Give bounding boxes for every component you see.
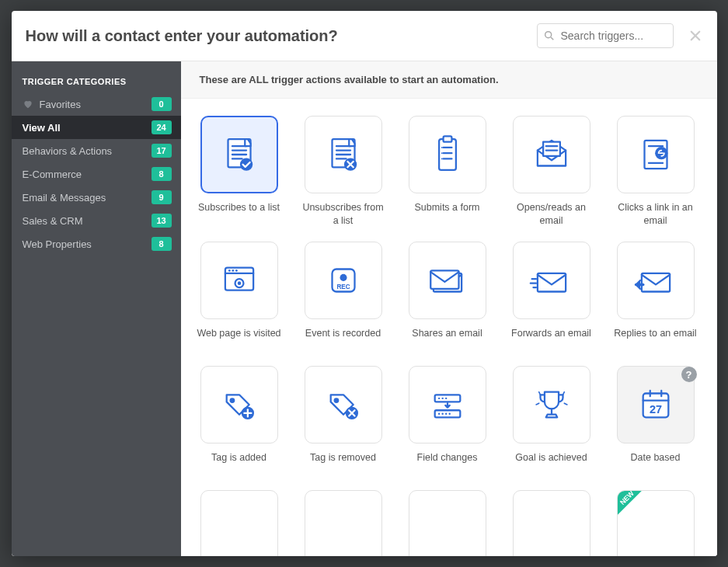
trigger-blank[interactable] (507, 490, 596, 556)
trigger-label: Subscribes to a list (198, 201, 280, 226)
reply-email-icon (617, 242, 695, 319)
click-link-icon (617, 116, 695, 193)
sidebar-item-label: Behaviors & Actions (23, 145, 152, 157)
trigger-label: Replies to an email (614, 327, 696, 352)
trigger-blank[interactable] (299, 490, 388, 556)
svg-point-60 (437, 412, 439, 414)
svg-point-9 (239, 158, 252, 171)
trigger-label: Tag is added (211, 451, 266, 476)
search-icon (543, 30, 556, 42)
blank-icon (513, 490, 590, 556)
modal-header: How will a contact enter your automation… (12, 11, 717, 61)
trigger-label: Shares an email (412, 327, 482, 352)
subscribe-icon (200, 116, 278, 193)
trigger-form[interactable]: Submits a form (403, 116, 492, 228)
trigger-goal[interactable]: Goal is achieved (507, 366, 596, 476)
trigger-unsubscribe[interactable]: Unsubscribes from a list (299, 116, 388, 228)
heart-icon (23, 99, 33, 110)
form-icon (409, 116, 486, 193)
trigger-date[interactable]: 27Date based (611, 366, 700, 476)
close-icon (688, 29, 702, 43)
trigger-blank[interactable] (195, 490, 284, 556)
trigger-reply-email[interactable]: Replies to an email (611, 242, 700, 352)
trigger-grid-scroll[interactable]: Subscribes to a listUnsubscribes from a … (181, 99, 717, 556)
trigger-label: Submits a form (414, 201, 479, 226)
svg-point-53 (334, 398, 338, 402)
trigger-label: Tag is removed (310, 451, 376, 476)
modal-body: TRIGGER CATEGORIES Favorites0View All24B… (12, 61, 717, 556)
sidebar-item-sales-crm[interactable]: Sales & CRM13 (12, 209, 181, 232)
open-email-icon (513, 116, 590, 193)
svg-line-1 (551, 37, 553, 40)
svg-point-59 (445, 397, 447, 398)
blank-icon (409, 490, 486, 556)
sidebar-item-label: Sales & CRM (23, 215, 152, 227)
svg-point-39 (340, 274, 347, 281)
subheader: These are ALL trigger actions available … (181, 61, 717, 99)
trigger-forward-email[interactable]: Forwards an email (507, 242, 596, 352)
trigger-share-email[interactable]: Shares an email (403, 242, 492, 352)
svg-point-62 (445, 412, 447, 414)
sidebar-item-web-properties[interactable]: Web Properties8 (12, 232, 181, 256)
svg-point-49 (230, 398, 234, 402)
trigger-tag-add[interactable]: Tag is added (195, 366, 284, 476)
trigger-blank[interactable]: NEW (611, 490, 700, 556)
trigger-tag-remove[interactable]: Tag is removed (299, 366, 388, 476)
blank-icon (305, 490, 382, 556)
close-button[interactable] (688, 28, 703, 43)
trigger-label: Field changes (417, 451, 478, 476)
svg-point-34 (232, 270, 234, 272)
svg-point-58 (441, 397, 443, 398)
svg-point-33 (228, 270, 230, 272)
unsubscribe-icon (305, 116, 382, 193)
count-badge: 8 (152, 167, 172, 181)
trigger-subscribe[interactable]: Subscribes to a list (195, 116, 284, 228)
sidebar-item-label: Web Properties (23, 238, 152, 250)
share-email-icon (409, 242, 486, 319)
web-visit-icon (200, 242, 278, 319)
svg-text:27: 27 (649, 403, 661, 416)
trigger-click-link[interactable]: Clicks a link in an email (611, 116, 700, 228)
sidebar-item-label: E-Commerce (23, 169, 152, 180)
modal-title: How will a contact enter your automation… (26, 27, 537, 45)
trigger-event-record[interactable]: RECEvent is recorded (299, 242, 388, 352)
count-badge: 9 (152, 190, 172, 204)
trigger-label: Clicks a link in an email (611, 201, 700, 228)
count-badge: 13 (152, 214, 172, 228)
sidebar: TRIGGER CATEGORIES Favorites0View All24B… (12, 61, 181, 556)
blank-icon (200, 490, 278, 556)
event-record-icon: REC (305, 242, 382, 319)
trigger-picker-modal: How will a contact enter your automation… (12, 11, 717, 556)
sidebar-item-e-commerce[interactable]: E-Commerce8 (12, 162, 181, 186)
trigger-label: Opens/reads an email (507, 201, 596, 228)
trigger-label: Forwards an email (511, 327, 591, 352)
help-button[interactable]: ? (681, 367, 697, 382)
tag-add-icon (200, 366, 278, 444)
goal-icon (513, 366, 590, 444)
search-wrap (537, 23, 674, 48)
svg-point-63 (448, 412, 450, 414)
svg-rect-47 (641, 273, 669, 292)
trigger-web-visit[interactable]: Web page is visited (195, 242, 284, 352)
sidebar-item-view-all[interactable]: View All24 (12, 116, 181, 139)
count-badge: 8 (152, 237, 172, 251)
tag-remove-icon (305, 366, 382, 444)
count-badge: 24 (152, 120, 172, 134)
svg-rect-24 (543, 142, 560, 156)
field-change-icon (409, 366, 486, 444)
trigger-field-change[interactable]: Field changes (403, 366, 492, 476)
search-input[interactable] (537, 23, 674, 48)
trigger-label: Date based (631, 451, 681, 476)
svg-rect-17 (443, 136, 451, 141)
trigger-label: Web page is visited (197, 327, 280, 352)
svg-rect-43 (537, 273, 565, 292)
count-badge: 17 (152, 144, 172, 158)
trigger-blank[interactable] (403, 490, 492, 556)
svg-point-0 (545, 32, 551, 38)
trigger-open-email[interactable]: Opens/reads an email (507, 116, 596, 228)
sidebar-item-favorites[interactable]: Favorites0 (12, 92, 181, 116)
svg-point-22 (441, 152, 442, 154)
sidebar-item-email-messages[interactable]: Email & Messages9 (12, 186, 181, 209)
sidebar-item-label: View All (23, 122, 152, 134)
sidebar-item-behaviors-actions[interactable]: Behaviors & Actions17 (12, 139, 181, 162)
